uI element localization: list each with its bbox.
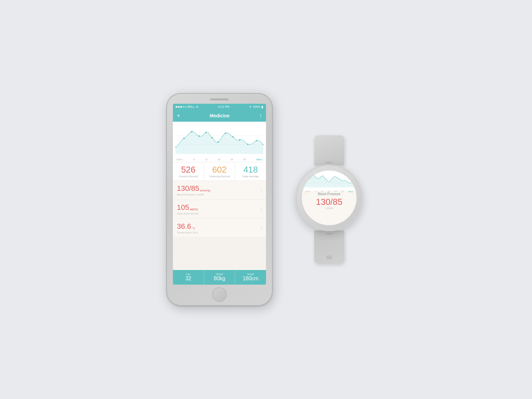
temperature-row[interactable]: 36.6 °C Temperature 36.6 › [173, 219, 266, 238]
watch-bp-value: 130/85 [316, 197, 342, 207]
signal-dot-1 [176, 106, 177, 108]
share-button[interactable]: ↑ [259, 113, 262, 119]
weight-value: 80kg [214, 276, 225, 282]
navigation-bar: + Medicine ↑ [173, 110, 266, 122]
watch-device: June 1 6 12 18 24 30 Jule 1 ‹ Blood Pres… [293, 135, 366, 264]
age-value: 32 [185, 276, 191, 282]
svg-point-7 [211, 137, 213, 138]
watch-chart: June 1 6 12 18 24 30 Jule 1 [302, 171, 356, 191]
temperature-value: 36.6 [177, 222, 191, 231]
svg-point-5 [199, 135, 200, 137]
svg-point-3 [183, 138, 185, 139]
signal-dot-3 [180, 106, 182, 108]
phone-screen: BELL ⊜ 4:21 PM ✦ 100% ▮ + Medicine ↑ [173, 104, 266, 285]
watch-section-title: Blood Pressure [318, 192, 340, 196]
weight-stat: Weight 80kg [204, 270, 235, 285]
chart-label-12: 12 [205, 158, 207, 161]
yesterday-burned-label: Yesterday Burned [206, 175, 233, 178]
yesterday-burned-value: 602 [206, 165, 233, 175]
heart-rate-value: 105 [177, 203, 189, 212]
page-title: Medicine [210, 113, 230, 118]
chart-label-jule1: Jule 1 [256, 158, 263, 161]
phone-device: BELL ⊜ 4:21 PM ✦ 100% ▮ + Medicine ↑ [166, 93, 273, 306]
blood-pressure-value-line: 130/85 ♥mmHg [177, 184, 210, 193]
heart-rate-unit: ♥BPM [190, 208, 198, 212]
heart-rate-left: 105 ♥BPM Heart Rate 60/100 [177, 203, 199, 215]
svg-point-4 [191, 131, 193, 132]
activity-chart-svg [176, 124, 263, 158]
svg-point-10 [232, 136, 234, 138]
activity-chart: June 1 6 12 18 24 30 Jule 1 [173, 122, 266, 162]
temperature-sublabel: Temperature 36.6 [177, 231, 198, 234]
watch-label-12: 12 [321, 191, 323, 193]
status-bar: BELL ⊜ 4:21 PM ✦ 100% ▮ [173, 104, 266, 110]
calories-burned-stat: 526 Calories Burned [173, 162, 204, 181]
yesterday-burned-stat: 602 Yesterday Burned [204, 162, 235, 181]
health-metrics-list: 130/85 ♥mmHg Blood Pressure 120/80 › 105… [173, 181, 266, 270]
heart-icon: ♥ [190, 208, 192, 211]
carrier-label: BELL [188, 105, 195, 108]
signal-dot-2 [178, 106, 180, 108]
blood-pressure-left: 130/85 ♥mmHg Blood Pressure 120/80 [177, 184, 210, 196]
signal-dots [176, 106, 187, 108]
chart-label-june1: June 1 [176, 158, 183, 161]
stats-row: 526 Calories Burned 602 Yesterday Burned… [173, 162, 266, 181]
status-left: BELL ⊜ [176, 105, 199, 108]
chart-label-24: 24 [230, 158, 233, 161]
wifi-icon: ⊜ [196, 105, 199, 108]
user-stats-bar: Age 32 Weight 80kg Height 180cm [173, 270, 266, 285]
battery-label: 100% [253, 105, 260, 108]
watch-chart-svg [304, 172, 354, 189]
age-stat: Age 32 [173, 270, 204, 285]
height-value: 180cm [243, 276, 259, 282]
watch-label-18: 18 [328, 191, 330, 193]
clock-time: 4:21 PM [218, 105, 229, 108]
watch-label-jule1: Jule 1 [348, 191, 353, 193]
chart-label-18: 18 [218, 158, 220, 161]
svg-point-12 [247, 144, 248, 145]
height-stat: Height 180cm [235, 270, 266, 285]
signal-dot-4 [183, 106, 184, 108]
calories-burned-label: Calories Burned [175, 175, 202, 178]
heart-rate-value-line: 105 ♥BPM [177, 203, 199, 212]
temperature-unit: °C [192, 227, 195, 231]
status-right: ✦ 100% ▮ [249, 105, 263, 109]
temperature-arrow-icon: › [261, 226, 262, 230]
phone-home-button[interactable] [212, 287, 227, 302]
blood-pressure-arrow-icon: › [261, 188, 262, 193]
svg-point-6 [205, 132, 206, 133]
heart-rate-row[interactable]: 105 ♥BPM Heart Rate 60/100 › [173, 200, 266, 219]
watch-info-panel: ‹ Blood Pressure › 130/85 120/80 [302, 191, 356, 225]
blood-pressure-value: 130/85 [177, 184, 199, 193]
heart-rate-sublabel: Heart Rate 60/100 [177, 212, 199, 215]
chart-svg-wrapper [173, 124, 266, 158]
phone-speaker [210, 98, 229, 100]
chart-label-30: 30 [243, 158, 246, 161]
temperature-value-line: 36.6 °C [177, 222, 198, 231]
watch-label-6: 6 [315, 191, 316, 193]
watch-label-june1: June 1 [305, 191, 310, 193]
watch-body: June 1 6 12 18 24 30 Jule 1 ‹ Blood Pres… [296, 165, 362, 231]
calories-burned-value: 526 [175, 165, 202, 175]
battery-icon: ▮ [261, 105, 263, 109]
blood-pressure-unit: ♥mmHg [200, 189, 210, 193]
heart-small-icon: ♥ [200, 190, 201, 192]
daily-average-stat: 418 Daily Average [235, 162, 266, 181]
heart-rate-arrow-icon: › [261, 207, 262, 211]
svg-point-8 [217, 141, 219, 143]
add-button[interactable]: + [177, 113, 180, 119]
watch-label-24: 24 [335, 191, 337, 193]
watch-chart-labels: June 1 6 12 18 24 30 Jule 1 [304, 191, 354, 193]
svg-point-11 [239, 139, 240, 140]
svg-point-9 [225, 132, 226, 134]
weight-label: Weight [216, 273, 223, 275]
daily-average-value: 418 [237, 165, 264, 175]
watch-band-bottom [314, 230, 344, 264]
temperature-left: 36.6 °C Temperature 36.6 [177, 222, 198, 234]
svg-point-13 [256, 140, 257, 141]
blood-pressure-sublabel: Blood Pressure 120/80 [177, 193, 210, 196]
watch-label-30: 30 [341, 191, 343, 193]
blood-pressure-row[interactable]: 130/85 ♥mmHg Blood Pressure 120/80 › [173, 181, 266, 200]
age-label: Age [186, 273, 190, 275]
watch-bp-sub: 120/80 [325, 207, 333, 210]
